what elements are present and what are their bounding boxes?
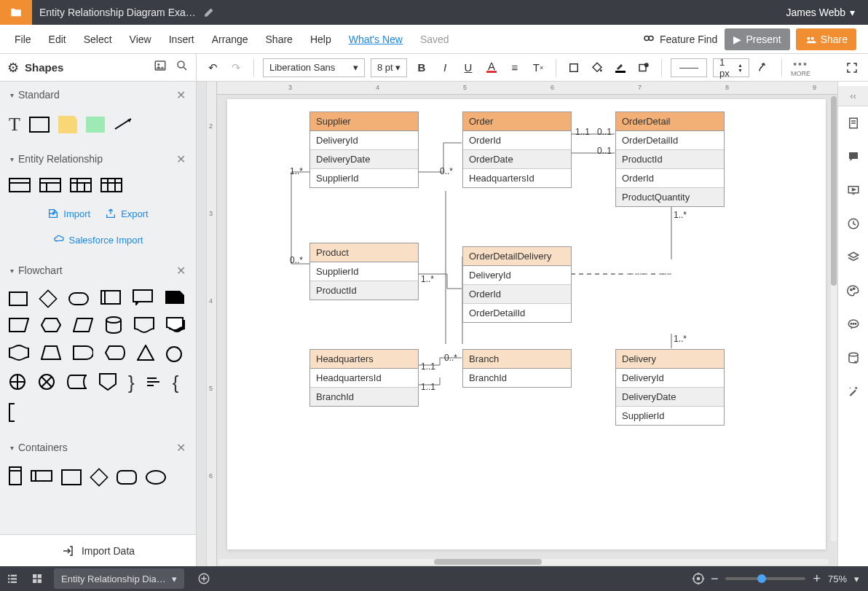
menu-view[interactable]: View xyxy=(121,34,160,45)
history-icon[interactable] xyxy=(838,207,869,240)
menu-share[interactable]: Share xyxy=(257,34,301,45)
shape-crop-icon[interactable] xyxy=(565,59,583,77)
fc-sum[interactable] xyxy=(9,373,26,393)
fc-delay[interactable] xyxy=(73,345,93,362)
er-shape-2[interactable] xyxy=(39,178,61,195)
er-shape-4[interactable] xyxy=(100,178,122,195)
category-standard[interactable]: ▾Standard✕ xyxy=(0,82,196,108)
menu-arrange[interactable]: Arrange xyxy=(203,34,257,45)
category-containers[interactable]: ▾Containers✕ xyxy=(0,434,196,461)
category-flowchart[interactable]: ▾Flowchart✕ xyxy=(0,257,196,283)
category-entity-relationship[interactable]: ▾Entity Relationship✕ xyxy=(0,146,196,172)
menu-file[interactable]: File xyxy=(6,34,40,45)
zoom-level[interactable]: 75% xyxy=(828,574,847,584)
undo-icon[interactable]: ↶ xyxy=(204,59,221,77)
er-shape-3[interactable] xyxy=(70,178,92,195)
block-shape[interactable] xyxy=(86,117,105,133)
fc-rect[interactable] xyxy=(9,291,28,306)
close-icon[interactable]: ✕ xyxy=(176,264,186,278)
fc-trap1[interactable] xyxy=(9,318,29,334)
border-color-icon[interactable] xyxy=(612,59,629,77)
entity-delivery[interactable]: Delivery DeliveryId DeliveryDate Supplie… xyxy=(615,349,725,426)
magic-icon[interactable] xyxy=(838,375,869,408)
fc-predef[interactable] xyxy=(100,290,121,307)
present-settings-icon[interactable] xyxy=(838,173,869,207)
fc-doc[interactable] xyxy=(134,317,154,335)
fc-callout[interactable] xyxy=(133,289,153,308)
entity-supplier[interactable]: Supplier DeliveryId DeliveryDate Supplie… xyxy=(309,111,419,188)
fc-brace-l[interactable]: { xyxy=(173,372,179,394)
close-icon[interactable]: ✕ xyxy=(176,441,186,455)
italic-icon[interactable]: I xyxy=(436,59,454,77)
add-page-icon[interactable] xyxy=(192,566,216,591)
cont-5[interactable] xyxy=(117,470,137,485)
page-tab[interactable]: Entity Relationship Dia…▾ xyxy=(54,568,184,589)
font-select[interactable]: Liberation Sans▾ xyxy=(263,58,365,77)
fill-icon[interactable] xyxy=(588,59,606,77)
close-icon[interactable]: ✕ xyxy=(176,88,186,102)
entity-branch[interactable]: Branch BranchId xyxy=(462,349,572,388)
present-button[interactable]: ▶ Present xyxy=(725,28,789,50)
list-view-icon[interactable] xyxy=(0,566,25,591)
entity-product[interactable]: Product SupplierId ProductId xyxy=(309,243,419,300)
fc-or[interactable] xyxy=(38,373,55,393)
page-settings-icon[interactable] xyxy=(838,106,869,140)
salesforce-import-link[interactable]: Salesforce Import xyxy=(53,234,143,246)
fc-brace-r[interactable]: } xyxy=(128,372,135,394)
fc-extract[interactable] xyxy=(137,345,154,363)
fc-display[interactable] xyxy=(105,345,125,362)
search-icon[interactable] xyxy=(175,59,189,76)
align-icon[interactable]: ≡ xyxy=(506,59,524,77)
fc-terminator[interactable] xyxy=(68,292,89,305)
comments-icon[interactable] xyxy=(838,140,869,173)
close-icon[interactable]: ✕ xyxy=(176,152,186,166)
more-button[interactable]: •••MORE xyxy=(791,58,810,77)
import-data-button[interactable]: Import Data xyxy=(0,534,196,566)
menu-help[interactable]: Help xyxy=(301,34,340,45)
menu-select[interactable]: Select xyxy=(75,34,121,45)
font-size-select[interactable]: 8 pt▾ xyxy=(371,58,407,77)
menu-edit[interactable]: Edit xyxy=(40,34,75,45)
fc-bracket[interactable] xyxy=(9,403,20,424)
fc-cyl[interactable] xyxy=(105,316,122,336)
fc-docs[interactable] xyxy=(166,317,186,335)
fc-tape[interactable] xyxy=(9,345,29,363)
vertical-scrollbar[interactable] xyxy=(829,96,837,541)
entity-orderdetail[interactable]: OrderDetail OrderDetailId ProductId Orde… xyxy=(615,111,725,207)
fc-stored[interactable] xyxy=(67,375,87,391)
zoom-slider[interactable] xyxy=(725,577,805,580)
entity-orderdetaildelivery[interactable]: OrderDetailDelivery DeliveryId OrderId O… xyxy=(462,246,572,323)
zoom-out-icon[interactable]: − xyxy=(711,571,719,587)
er-shape-1[interactable] xyxy=(9,178,31,195)
cont-6[interactable] xyxy=(146,470,166,485)
bold-icon[interactable]: B xyxy=(413,59,430,77)
fc-card[interactable] xyxy=(165,290,185,307)
cont-2[interactable] xyxy=(31,470,52,484)
document-title[interactable]: Entity Relationship Diagram Exa… xyxy=(32,7,203,18)
layers-icon[interactable] xyxy=(838,240,869,274)
fc-note[interactable] xyxy=(146,376,161,390)
cont-3[interactable] xyxy=(61,469,82,485)
menu-insert[interactable]: Insert xyxy=(160,34,203,45)
note-shape[interactable] xyxy=(58,116,77,133)
clear-format-icon[interactable]: T× xyxy=(529,59,547,77)
fc-diamond[interactable] xyxy=(39,289,57,308)
fc-hex[interactable] xyxy=(41,318,61,334)
entity-headquarters[interactable]: Headquarters HeadquartersId BranchId xyxy=(309,349,419,407)
rect-shape[interactable] xyxy=(29,117,50,133)
fc-para[interactable] xyxy=(73,318,93,334)
menu-whats-new[interactable]: What's New xyxy=(340,34,411,45)
image-icon[interactable] xyxy=(154,59,167,76)
export-link[interactable]: Export xyxy=(105,208,149,219)
share-button[interactable]: Share xyxy=(796,28,856,50)
user-menu[interactable]: James Webb ▾ xyxy=(773,7,868,18)
text-color-icon[interactable]: A xyxy=(483,59,500,77)
fc-connector[interactable] xyxy=(166,346,182,362)
fc-trap2[interactable] xyxy=(41,345,61,362)
gear-icon[interactable]: ⚙ xyxy=(7,60,19,76)
data-icon[interactable] xyxy=(838,341,869,375)
shape-options-icon[interactable] xyxy=(635,59,652,77)
cont-4[interactable] xyxy=(90,468,108,486)
entity-order[interactable]: Order OrderId OrderDate HeadquartersId xyxy=(462,111,572,188)
line-style-select[interactable]: —— xyxy=(671,58,707,77)
